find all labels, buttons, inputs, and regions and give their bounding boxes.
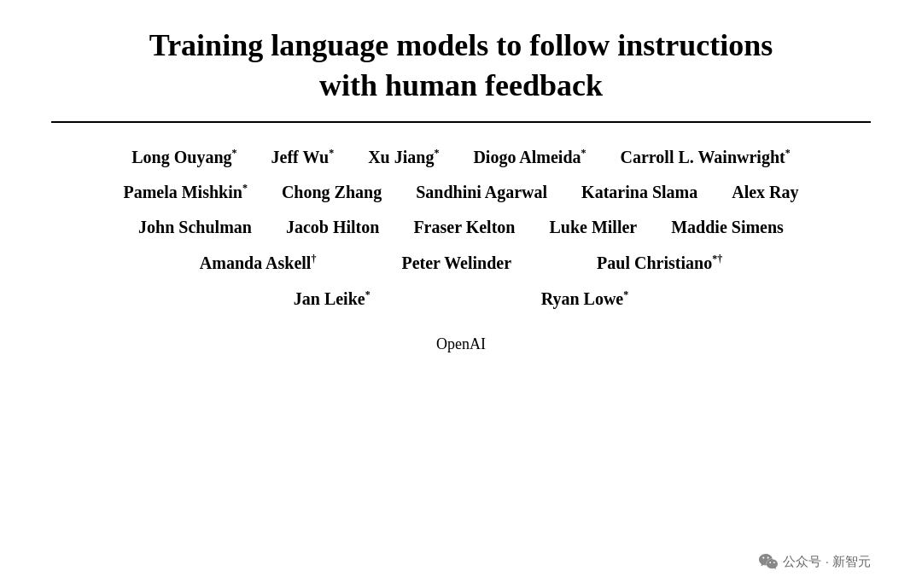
author-jacob-hilton: Jacob Hilton (286, 218, 379, 237)
title-line2: with human feedback (319, 68, 603, 102)
affiliation-text: OpenAI (436, 335, 486, 353)
title-section: Training language models to follow instr… (51, 26, 871, 106)
author-katarina-slama: Katarina Slama (581, 183, 697, 202)
wechat-badge: 公众号 · 新智元 (759, 552, 871, 571)
author-row-2: Pamela Mishkin* Chong Zhang Sandhini Aga… (123, 182, 798, 202)
wechat-icon (759, 552, 778, 571)
author-maddie-simens: Maddie Simens (671, 218, 784, 237)
author-ryan-lowe: Ryan Lowe* (541, 288, 629, 309)
author-row-3: John Schulman Jacob Hilton Fraser Kelton… (138, 218, 784, 237)
author-john-schulman: John Schulman (138, 218, 252, 237)
author-carroll-wainwright: Carroll L. Wainwright* (621, 147, 791, 167)
author-row-5: Jan Leike* Ryan Lowe* (294, 288, 628, 309)
author-luke-miller: Luke Miller (549, 218, 637, 237)
affiliation-row: OpenAI (436, 335, 486, 353)
author-amanda-askell: Amanda Askell† (200, 253, 317, 273)
author-xu-jiang: Xu Jiang* (368, 147, 439, 167)
author-peter-welinder: Peter Welinder (401, 253, 511, 273)
footer-row: 公众号 · 新智元 (759, 552, 871, 571)
wechat-label: 公众号 · 新智元 (783, 554, 871, 570)
author-paul-christiano: Paul Christiano*† (597, 253, 722, 273)
title-divider (51, 121, 871, 123)
author-row-1: Long Ouyang* Jeff Wu* Xu Jiang* Diogo Al… (131, 147, 790, 167)
author-pamela-mishkin: Pamela Mishkin* (123, 182, 247, 202)
page-container: Training language models to follow instr… (0, 0, 922, 588)
authors-section: Long Ouyang* Jeff Wu* Xu Jiang* Diogo Al… (51, 147, 871, 354)
author-jan-leike: Jan Leike* (294, 288, 371, 309)
main-title: Training language models to follow instr… (51, 26, 871, 106)
title-line1: Training language models to follow instr… (149, 28, 773, 62)
author-long-ouyang: Long Ouyang* (131, 147, 236, 167)
author-jeff-wu: Jeff Wu* (271, 147, 335, 167)
author-diogo-almeida: Diogo Almeida* (473, 147, 586, 167)
author-alex-ray: Alex Ray (732, 183, 798, 202)
author-sandhini-agarwal: Sandhini Agarwal (416, 183, 547, 202)
author-fraser-kelton: Fraser Kelton (413, 218, 515, 237)
author-chong-zhang: Chong Zhang (282, 183, 382, 202)
author-row-4: Amanda Askell† Peter Welinder Paul Chris… (200, 253, 722, 273)
